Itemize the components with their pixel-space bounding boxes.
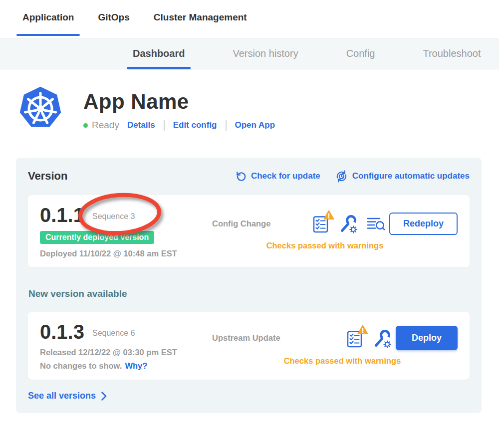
new-version-card: 0.1.3 Sequence 6 Released 12/12/22 @ 03:…	[28, 312, 470, 380]
tab-cluster-management-label: Cluster Management	[154, 12, 247, 26]
wrench-gear-icon	[339, 214, 358, 233]
preflight-checks-button[interactable]	[347, 329, 364, 348]
version-panel-title: Version	[28, 170, 67, 183]
auto-update-clock-icon	[335, 170, 348, 183]
configure-automatic-updates-button[interactable]: Configure automatic updates	[335, 170, 470, 183]
tab-version-history[interactable]: Version history	[227, 38, 304, 69]
why-link[interactable]: Why?	[125, 361, 147, 370]
ready-status-dot-icon	[83, 123, 88, 128]
current-version-number: 0.1.1	[40, 204, 84, 226]
tab-dashboard-label: Dashboard	[133, 48, 185, 59]
app-status-row: Ready Details Edit config Open App	[83, 120, 275, 131]
tab-application-label: Application	[22, 12, 74, 26]
refresh-icon	[236, 171, 247, 182]
currently-deployed-badge: Currently deployed version	[40, 231, 154, 244]
edit-config-icon-button[interactable]	[373, 328, 392, 348]
current-version-source: Config Change	[212, 219, 287, 228]
view-diff-icon-button[interactable]	[367, 216, 385, 231]
redeploy-button[interactable]: Redeploy	[389, 213, 458, 235]
tab-troubleshoot-label: Troubleshoot	[423, 48, 481, 59]
check-for-update-button[interactable]: Check for update	[236, 171, 320, 182]
new-version-sequence: Sequence 6	[92, 326, 135, 338]
current-version-sequence: Sequence 3	[92, 209, 135, 221]
tab-config-label: Config	[346, 48, 375, 59]
new-version-heading: New version available	[28, 288, 470, 299]
app-sub-nav: Dashboard Version history Config Trouble…	[0, 38, 499, 69]
warning-triangle-icon	[357, 325, 368, 335]
see-all-versions-label: See all versions	[28, 391, 96, 401]
preflight-checks-button[interactable]	[313, 214, 330, 233]
divider	[164, 120, 165, 131]
check-for-update-label: Check for update	[251, 171, 320, 181]
kubernetes-logo-icon	[17, 86, 63, 132]
ready-status-label: Ready	[92, 120, 119, 131]
app-header: App Name Ready Details Edit config Open …	[17, 86, 499, 132]
tab-application[interactable]: Application	[16, 0, 80, 38]
diff-magnifier-icon	[367, 216, 385, 231]
page-title: App Name	[83, 90, 275, 114]
tab-version-history-label: Version history	[233, 48, 298, 59]
tab-troubleshoot[interactable]: Troubleshoot	[417, 38, 487, 69]
edit-config-link[interactable]: Edit config	[173, 120, 217, 130]
tab-gitops-label: GitOps	[98, 12, 129, 26]
warning-triangle-icon	[323, 210, 334, 220]
chevron-right-icon	[101, 391, 107, 401]
details-link[interactable]: Details	[127, 120, 155, 130]
see-all-versions-link[interactable]: See all versions	[28, 391, 470, 401]
version-panel: Version Check for update Configure	[16, 158, 482, 413]
configure-automatic-updates-label: Configure automatic updates	[352, 171, 470, 181]
tab-dashboard[interactable]: Dashboard	[127, 38, 191, 69]
current-version-card: 0.1.1 Sequence 3 Currently deployed vers…	[28, 195, 470, 267]
version-panel-header: Version Check for update Configure	[28, 170, 470, 183]
new-version-source: Upstream Update	[212, 333, 287, 343]
deploy-button[interactable]: Deploy	[396, 326, 458, 350]
top-nav: Application GitOps Cluster Management	[0, 0, 499, 38]
edit-config-icon-button[interactable]	[339, 214, 358, 233]
wrench-gear-icon	[373, 328, 392, 348]
divider	[226, 120, 227, 131]
deployed-timestamp: Deployed 11/10/22 @ 10:48 am EST	[40, 249, 212, 258]
current-checks-status: Checks passed with warnings	[212, 241, 458, 250]
new-version-number: 0.1.3	[40, 321, 84, 343]
tab-config[interactable]: Config	[340, 38, 381, 69]
released-timestamp: Released 12/12/22 @ 03:30 pm EST	[40, 348, 212, 357]
tab-gitops[interactable]: GitOps	[92, 0, 135, 38]
tab-cluster-management[interactable]: Cluster Management	[148, 0, 253, 38]
open-app-link[interactable]: Open App	[235, 120, 275, 130]
no-changes-label: No changes to show.	[40, 361, 122, 370]
new-checks-status: Checks passed with warnings	[212, 356, 458, 366]
